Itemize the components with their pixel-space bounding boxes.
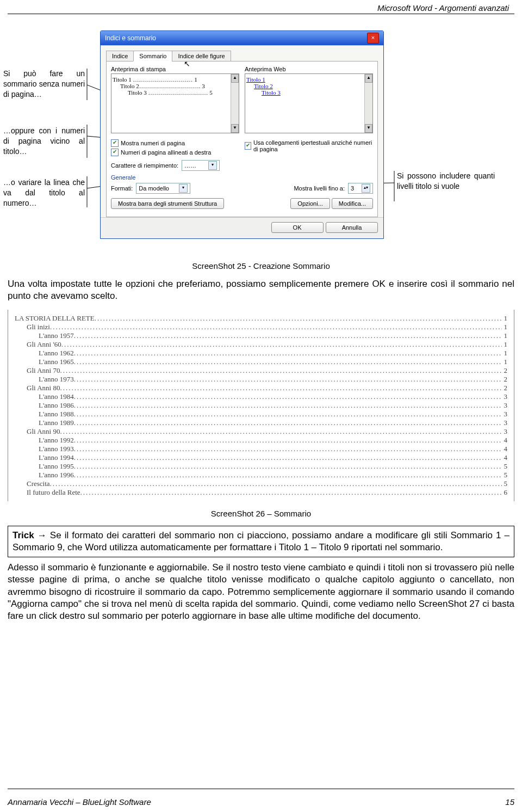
close-icon[interactable]: × bbox=[367, 33, 379, 44]
rule-top bbox=[8, 14, 514, 14]
checkbox-label: Usa collegamenti ipertestuali anziché nu… bbox=[253, 139, 373, 152]
figure-dialog-area: Si può fare un sommario senza numeri di … bbox=[0, 30, 522, 254]
toc-entry: L'anno 1962.............................… bbox=[15, 349, 507, 358]
toc-leader: ........................................… bbox=[74, 410, 502, 419]
toc-leader: ........................................… bbox=[74, 392, 502, 401]
preview-web: Titolo 1 Titolo 2 Titolo 3 ▲▼ bbox=[245, 73, 373, 133]
button-modify[interactable]: Modifica... bbox=[332, 198, 373, 209]
toc-entry: Il futuro della Rete....................… bbox=[15, 488, 507, 497]
toc-page: 6 bbox=[502, 488, 508, 497]
toc-leader: ........................................… bbox=[74, 436, 502, 445]
toc-entry: Crescita................................… bbox=[15, 479, 507, 488]
toc-leader: ........................................… bbox=[74, 349, 502, 358]
toc-title: L'anno 1989 bbox=[39, 419, 74, 427]
label-formats: Formati: bbox=[111, 185, 133, 192]
tabs: Indice Sommario ↖ Indice delle figure bbox=[101, 46, 383, 61]
button-ok[interactable]: OK bbox=[271, 222, 324, 233]
combo-formats[interactable]: Da modello▾ bbox=[136, 183, 190, 194]
pv-link: Titolo 3 bbox=[246, 89, 371, 96]
footer-author: Annamaria Vecchi – BlueLight Software bbox=[8, 797, 151, 807]
checkbox-align-right[interactable]: ✔Numeri di pagina allineati a destra bbox=[111, 149, 239, 156]
button-show-outline-toolbar[interactable]: Mostra barra degli strumenti Struttura bbox=[111, 198, 224, 209]
toc-entry: L'anno 1965.............................… bbox=[15, 358, 507, 366]
toc-leader: ........................................… bbox=[74, 401, 502, 410]
checkbox-show-page-numbers[interactable]: ✔Mostra numeri di pagina bbox=[111, 139, 239, 147]
toc-leader: ........................................… bbox=[50, 323, 502, 331]
toc-title: Gli Anni 80 bbox=[27, 384, 60, 392]
toc-entry: Gli inizi...............................… bbox=[15, 323, 507, 331]
toc-entry: Gli Anni 70.............................… bbox=[15, 366, 507, 375]
toc-title: L'anno 1962 bbox=[39, 349, 74, 358]
toc-entry: L'anno 1992.............................… bbox=[15, 436, 507, 445]
toc-title: L'anno 1995 bbox=[39, 462, 74, 471]
toc-page: 5 bbox=[502, 471, 508, 479]
toc-title: Gli inizi bbox=[27, 323, 50, 331]
dialog-titlebar: Indici e sommario × bbox=[101, 31, 383, 45]
chevron-down-icon: ▾ bbox=[179, 184, 188, 193]
trick-body: Se il formato dei caratteri del sommario… bbox=[13, 530, 509, 552]
toc-page: 4 bbox=[502, 436, 508, 445]
toc-page: 2 bbox=[502, 375, 508, 384]
toc-title: L'anno 1993 bbox=[39, 445, 74, 453]
checkbox-label: Mostra numeri di pagina bbox=[121, 140, 185, 146]
toc-title: L'anno 1965 bbox=[39, 358, 74, 366]
toc-entry: L'anno 1986.............................… bbox=[15, 401, 507, 410]
toc-leader: ........................................… bbox=[74, 419, 502, 427]
toc-entry: LA STORIA DELLA RETE....................… bbox=[15, 314, 507, 323]
toc-title: L'anno 1994 bbox=[39, 453, 74, 462]
toc-page: 1 bbox=[502, 314, 508, 323]
label-preview-web: Anteprima Web bbox=[245, 66, 373, 72]
rule-bottom bbox=[8, 789, 514, 789]
toc-entry: L'anno 1994.............................… bbox=[15, 453, 507, 462]
tab-panel: Anteprima di stampa Titolo 1 ………………………… … bbox=[106, 61, 378, 217]
combo-tab-leader[interactable]: ……▾ bbox=[182, 160, 220, 171]
callout-3: …o variare la linea che va dal titolo al… bbox=[3, 177, 85, 208]
tab-indice-figure[interactable]: Indice delle figure bbox=[172, 51, 231, 61]
toc-leader: ........................................… bbox=[74, 462, 502, 471]
toc-page: 2 bbox=[502, 384, 508, 392]
toc-page: 1 bbox=[502, 349, 508, 358]
toc-page: 1 bbox=[502, 323, 508, 331]
dialog-title: Indici e sommario bbox=[105, 34, 156, 42]
footer: Annamaria Vecchi – BlueLight Software 15 bbox=[8, 797, 514, 807]
trick-lead: Trick → bbox=[13, 530, 50, 540]
toc-title: L'anno 1957 bbox=[39, 331, 74, 340]
group-general: Generale bbox=[111, 174, 373, 181]
toc-page: 3 bbox=[502, 427, 508, 436]
tab-sommario[interactable]: Sommario ↖ bbox=[133, 51, 172, 61]
checkbox-label: Numeri di pagina allineati a destra bbox=[121, 149, 211, 156]
toc-title: L'anno 1986 bbox=[39, 401, 74, 410]
toc-leader: ........................................… bbox=[74, 445, 502, 453]
button-options[interactable]: Opzioni... bbox=[290, 198, 330, 209]
pv-link: Titolo 1 bbox=[246, 76, 371, 83]
toc-page: 5 bbox=[502, 462, 508, 471]
spinner-show-levels[interactable]: 3▴▾ bbox=[348, 183, 373, 194]
combo-value: …… bbox=[184, 162, 196, 169]
toc-page: 3 bbox=[502, 410, 508, 419]
toc-entry: L'anno 1957.............................… bbox=[15, 331, 507, 340]
pv-link: Titolo 2 bbox=[246, 83, 371, 89]
caption-screenshot-26: ScreenShot 26 – Sommario bbox=[0, 509, 522, 518]
tab-indice[interactable]: Indice bbox=[106, 51, 134, 61]
toc-entry: L'anno 1995.............................… bbox=[15, 462, 507, 471]
scrollbar[interactable]: ▲▼ bbox=[364, 74, 372, 133]
scrollbar[interactable]: ▲▼ bbox=[231, 74, 239, 133]
tab-sommario-label: Sommario bbox=[139, 53, 166, 59]
toc-title: Gli Anni 90 bbox=[27, 427, 60, 436]
button-cancel[interactable]: Annulla bbox=[326, 222, 378, 233]
toc-title: Gli Anni 70 bbox=[27, 366, 60, 375]
caption-screenshot-25: ScreenShot 25 - Creazione Sommario bbox=[0, 261, 522, 270]
toc-entry: Gli Anni 90.............................… bbox=[15, 427, 507, 436]
callout-4: Si possono includere quanti livelli tito… bbox=[397, 171, 495, 192]
pv-line: Titolo 3 ………………………… 5 bbox=[113, 89, 238, 96]
toc-leader: ........................................… bbox=[60, 384, 501, 392]
toc-leader: ........................................… bbox=[61, 340, 502, 349]
toc-leader: ........................................… bbox=[95, 314, 502, 323]
toc-leader: ........................................… bbox=[80, 488, 502, 497]
toc-entry: L'anno 1988.............................… bbox=[15, 410, 507, 419]
toc-leader: ........................................… bbox=[50, 479, 502, 488]
toc-entry: Gli Anni 80.............................… bbox=[15, 384, 507, 392]
toc-page: 1 bbox=[502, 331, 508, 340]
toc-page: 4 bbox=[502, 445, 508, 453]
checkbox-use-hyperlinks[interactable]: ✔Usa collegamenti ipertestuali anziché n… bbox=[245, 139, 373, 152]
